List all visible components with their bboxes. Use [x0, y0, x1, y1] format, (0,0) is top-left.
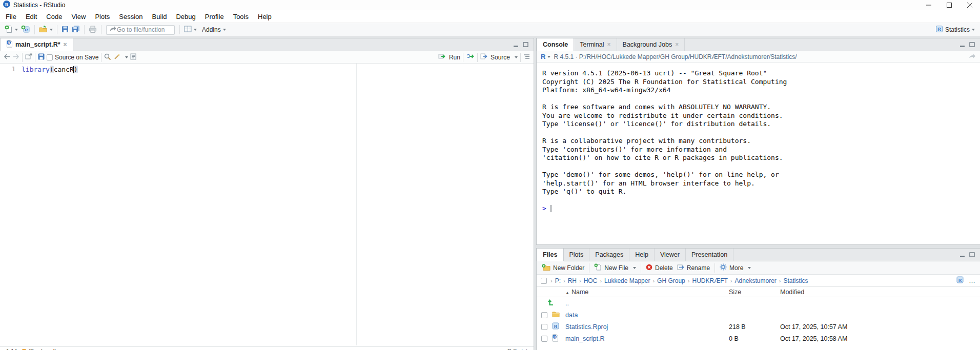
table-row-parent-directory[interactable]: ..: [537, 297, 980, 309]
new-project-icon: R: [21, 25, 30, 35]
open-in-new-window-icon[interactable]: [25, 53, 32, 61]
menu-edit[interactable]: Edit: [21, 11, 42, 22]
tab-help[interactable]: Help: [629, 249, 655, 261]
new-project-button[interactable]: R: [19, 24, 32, 36]
tab-files[interactable]: Files: [537, 249, 564, 261]
save-all-button[interactable]: [70, 24, 81, 35]
console-output[interactable]: R version 4.5.1 (2025-06-13 ucrt) -- "Gr…: [537, 63, 980, 245]
save-icon[interactable]: [38, 53, 45, 61]
tab-plots[interactable]: Plots: [564, 249, 590, 261]
row-checkbox[interactable]: [541, 324, 547, 330]
open-file-button[interactable]: [37, 25, 54, 35]
breadcrumb-segment[interactable]: Lukkede Mapper: [603, 277, 651, 284]
size-column-header[interactable]: Size: [729, 289, 780, 296]
print-button[interactable]: [87, 25, 98, 35]
more-options-icon[interactable]: …: [969, 277, 976, 284]
source-on-save-checkbox[interactable]: [47, 54, 53, 60]
close-icon[interactable]: ×: [607, 42, 611, 48]
menu-profile[interactable]: Profile: [200, 11, 229, 22]
code-tools-button[interactable]: [113, 53, 128, 61]
rerun-icon[interactable]: [466, 53, 475, 61]
tab-packages[interactable]: Packages: [589, 249, 629, 261]
menu-debug[interactable]: Debug: [171, 11, 200, 22]
breadcrumb-drive[interactable]: P:: [554, 277, 562, 284]
breadcrumb-segment[interactable]: Statistics: [783, 277, 809, 284]
row-checkbox[interactable]: [541, 336, 547, 342]
menu-session[interactable]: Session: [114, 11, 147, 22]
run-button[interactable]: Run: [438, 53, 460, 61]
file-type-selector[interactable]: R Script: [507, 348, 527, 350]
new-folder-button[interactable]: New Folder: [540, 263, 586, 273]
file-link[interactable]: data: [565, 312, 578, 319]
file-link[interactable]: Statistics.Rproj: [565, 323, 608, 331]
minimize-pane-icon[interactable]: [959, 253, 965, 257]
find-replace-icon[interactable]: [104, 53, 111, 61]
r-version-icon[interactable]: R: [541, 53, 545, 60]
addins-button[interactable]: Addins: [198, 25, 228, 34]
breadcrumb-segment[interactable]: RH: [567, 277, 578, 284]
menu-plots[interactable]: Plots: [90, 11, 114, 22]
files-pane-controls: [959, 249, 980, 261]
r-project-icon[interactable]: R: [956, 276, 964, 285]
back-icon[interactable]: [4, 54, 10, 61]
project-name: Statistics: [945, 26, 970, 33]
menu-help[interactable]: Help: [253, 11, 276, 22]
scope-selector[interactable]: (Top Level): [22, 348, 56, 350]
close-icon[interactable]: ×: [64, 42, 67, 48]
modified-column-header[interactable]: Modified: [780, 289, 980, 296]
tab-presentation[interactable]: Presentation: [686, 249, 733, 261]
minimize-pane-icon[interactable]: [959, 43, 965, 47]
menu-code[interactable]: Code: [42, 11, 67, 22]
delete-label: Delete: [655, 264, 673, 272]
document-outline-icon[interactable]: [523, 54, 530, 61]
compile-report-icon[interactable]: [130, 53, 136, 61]
tab-terminal[interactable]: Terminal ×: [574, 38, 617, 51]
chevron-down-icon: [972, 29, 975, 31]
breadcrumb-segment[interactable]: HOC: [583, 277, 599, 284]
table-row-data-folder[interactable]: data: [537, 309, 980, 321]
file-link[interactable]: main_script.R: [565, 335, 604, 342]
select-all-checkbox[interactable]: [541, 278, 547, 284]
close-button[interactable]: [959, 0, 980, 10]
goto-directory-icon[interactable]: [969, 53, 976, 60]
maximize-pane-icon[interactable]: [969, 42, 975, 47]
save-button[interactable]: [60, 25, 70, 35]
maximize-button[interactable]: [939, 0, 959, 10]
new-file-button[interactable]: New File: [592, 262, 638, 273]
new-file-button[interactable]: [3, 24, 19, 36]
maximize-pane-icon[interactable]: [523, 42, 528, 47]
project-selector[interactable]: R Statistics: [933, 24, 977, 35]
console-prompt-line[interactable]: >: [542, 204, 980, 213]
code-editor[interactable]: 1 library(cancR): [0, 64, 534, 345]
menu-tools[interactable]: Tools: [229, 11, 253, 22]
separator: [101, 25, 101, 34]
rename-button[interactable]: Rename: [675, 263, 712, 273]
maximize-pane-icon[interactable]: [969, 252, 975, 257]
breadcrumb-segment[interactable]: Adnekstumorer: [733, 277, 777, 284]
goto-file-function-input[interactable]: [116, 26, 172, 34]
name-column-header[interactable]: ▲Name: [565, 289, 729, 296]
menu-build[interactable]: Build: [148, 11, 172, 22]
table-row-statistics-rproj[interactable]: R Statistics.Rproj 218 B Oct 17, 2025, 1…: [537, 321, 980, 333]
minimize-pane-icon[interactable]: [513, 43, 519, 47]
menu-file[interactable]: File: [1, 11, 21, 22]
table-row-main-script[interactable]: R main_script.R 0 B Oct 17, 2025, 10:58 …: [537, 333, 980, 344]
forward-icon[interactable]: [13, 54, 19, 61]
more-button[interactable]: More: [718, 262, 753, 273]
working-directory-path[interactable]: P:/RH/HOC/Lukkede Mapper/GH Group/HUDKRÆ…: [579, 53, 797, 60]
file-modified: Oct 17, 2025, 10:57 AM: [780, 323, 980, 331]
tab-background-jobs[interactable]: Background Jobs ×: [617, 38, 685, 51]
pane-layout-button[interactable]: [182, 25, 198, 35]
delete-button[interactable]: Delete: [644, 263, 675, 273]
row-checkbox[interactable]: [541, 312, 547, 318]
tab-console[interactable]: Console: [537, 38, 574, 51]
file-link[interactable]: ..: [565, 300, 569, 307]
menu-view[interactable]: View: [67, 11, 90, 22]
breadcrumb-segment[interactable]: GH Group: [656, 277, 686, 284]
breadcrumb-segment[interactable]: HUDKRÆFT: [691, 277, 728, 284]
close-icon[interactable]: ×: [675, 42, 679, 48]
source-button[interactable]: Source: [480, 53, 518, 61]
minimize-button[interactable]: [918, 0, 939, 10]
tab-main-script[interactable]: R main_script.R* ×: [0, 38, 73, 51]
tab-viewer[interactable]: Viewer: [655, 249, 686, 261]
